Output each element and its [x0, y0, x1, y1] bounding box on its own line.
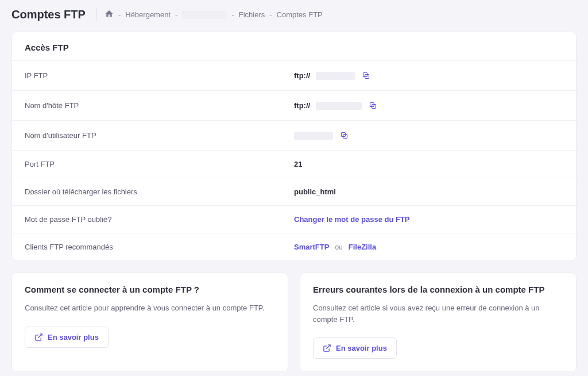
ftp-access-card: Accès FTP IP FTP ftp:// Nom d'hôte FTP f…: [11, 32, 577, 261]
help-title: Erreurs courantes lors de la connexion à…: [313, 285, 563, 294]
breadcrumb-sep: -: [231, 10, 234, 19]
breadcrumb-item[interactable]: Fichiers: [239, 10, 265, 19]
breadcrumb-item[interactable]: Hébergement: [125, 10, 171, 19]
value-ip-redacted: [316, 72, 355, 80]
label-port: Port FTP: [25, 160, 294, 168]
label-host: Nom d'hôte FTP: [25, 101, 294, 110]
value-port: 21: [294, 160, 563, 168]
help-card-connect: Comment se connecter à un compte FTP ? C…: [11, 273, 288, 372]
help-desc: Consultez cet article si vous avez reçu …: [313, 302, 563, 325]
value-host: ftp://: [294, 100, 563, 111]
copy-button[interactable]: [368, 100, 378, 111]
label-folder: Dossier où télécharger les fichiers: [25, 187, 294, 196]
value-ip: ftp://: [294, 70, 563, 81]
page-title: Comptes FTP: [11, 8, 96, 21]
client-smartftp-link[interactable]: SmartFTP: [294, 243, 329, 251]
learn-more-label: En savoir plus: [336, 344, 387, 352]
row-folder-ftp: Dossier où télécharger les fichiers publ…: [12, 178, 576, 205]
change-password-link[interactable]: Changer le mot de passe du FTP: [294, 215, 410, 224]
help-card-errors: Erreurs courantes lors de la connexion à…: [300, 273, 577, 372]
row-host-ftp: Nom d'hôte FTP ftp://: [12, 90, 576, 120]
label-user: Nom d'utilisateur FTP: [25, 131, 294, 140]
value-host-prefix: ftp://: [294, 101, 310, 110]
learn-more-button[interactable]: En savoir plus: [25, 327, 109, 348]
home-icon[interactable]: [105, 9, 114, 20]
value-password: Changer le mot de passe du FTP: [294, 215, 563, 224]
breadcrumb-item-redacted[interactable]: [182, 11, 227, 19]
row-clients-ftp: Clients FTP recommandés SmartFTP ou File…: [12, 233, 576, 260]
external-link-icon: [323, 344, 331, 352]
or-text: ou: [335, 243, 342, 251]
value-host-redacted: [316, 102, 362, 110]
breadcrumb: - Hébergement - - Fichiers - Comptes FTP: [105, 9, 323, 20]
card-title: Accès FTP: [12, 32, 576, 60]
help-title: Comment se connecter à un compte FTP ?: [25, 285, 275, 294]
learn-more-button[interactable]: En savoir plus: [313, 337, 397, 359]
label-ip: IP FTP: [25, 71, 294, 80]
help-desc: Consultez cet article pour apprendre à v…: [25, 302, 275, 314]
label-password: Mot de passe FTP oublié?: [25, 215, 294, 224]
breadcrumb-sep: -: [118, 10, 121, 19]
page-header: Comptes FTP - Hébergement - - Fichiers -…: [11, 8, 577, 21]
value-user: [294, 130, 563, 141]
svg-line-6: [38, 333, 42, 337]
breadcrumb-item-current: Comptes FTP: [277, 10, 323, 19]
value-user-redacted: [294, 132, 333, 140]
help-row: Comment se connecter à un compte FTP ? C…: [11, 273, 577, 372]
row-user-ftp: Nom d'utilisateur FTP: [12, 120, 576, 150]
learn-more-label: En savoir plus: [48, 333, 99, 342]
value-clients: SmartFTP ou FileZilla: [294, 243, 563, 251]
row-port-ftp: Port FTP 21: [12, 150, 576, 178]
breadcrumb-sep: -: [175, 10, 177, 19]
value-folder: public_html: [294, 187, 563, 196]
copy-icon: [362, 71, 370, 80]
label-clients: Clients FTP recommandés: [25, 243, 294, 251]
row-ip-ftp: IP FTP ftp://: [12, 60, 576, 90]
copy-icon: [340, 131, 349, 140]
copy-button[interactable]: [339, 130, 350, 141]
copy-icon: [369, 101, 377, 110]
external-link-icon: [34, 333, 43, 342]
copy-button[interactable]: [361, 70, 372, 81]
client-filezilla-link[interactable]: FileZilla: [349, 243, 376, 251]
value-ip-prefix: ftp://: [294, 71, 310, 80]
svg-line-7: [326, 345, 330, 349]
breadcrumb-sep: -: [269, 10, 272, 19]
row-password-ftp: Mot de passe FTP oublié? Changer le mot …: [12, 205, 576, 233]
